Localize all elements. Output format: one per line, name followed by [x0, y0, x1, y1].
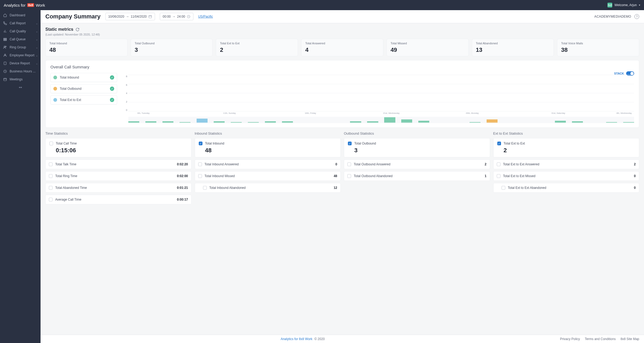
- page-title: Company Summary: [45, 13, 101, 20]
- checkbox[interactable]: [497, 174, 500, 178]
- checkbox[interactable]: [199, 142, 202, 145]
- footer-brand-link[interactable]: Analytics for 8x8 Work: [281, 337, 312, 341]
- metric-label: Total Inbound: [49, 42, 124, 45]
- stat-row: Total Ext to Ext Missed0: [493, 171, 639, 181]
- sidebar-item-label: Call Report: [10, 21, 26, 25]
- footer-link--x-site-map[interactable]: 8x8 Site Map: [621, 337, 639, 341]
- user-icon: [3, 53, 7, 57]
- mini-chart[interactable]: [128, 117, 634, 123]
- metric-label: Total Voice Mails: [561, 42, 635, 45]
- sidebar-item-ring-group[interactable]: Ring Group⌄: [0, 43, 41, 51]
- sidebar-item-call-report[interactable]: Call Report⌄: [0, 19, 41, 27]
- chevron-down-icon: ▾: [639, 4, 640, 6]
- x-tick-label: 4th, Wednesday: [616, 112, 632, 114]
- mini-bar: [555, 121, 566, 123]
- metric-card-total-abandoned: Total Abandoned13: [472, 39, 554, 56]
- svg-rect-5: [4, 40, 7, 41]
- stats-col-inbound-statistics: Inbound StatisticsTotal Inbound48Total I…: [195, 131, 341, 206]
- stat-value: 0:02:20: [177, 162, 188, 166]
- timezone-link[interactable]: US/Pacific: [198, 15, 213, 18]
- collapse-sidebar-button[interactable]: ◂◂: [0, 83, 41, 91]
- checkbox[interactable]: [49, 198, 53, 201]
- check-icon: ✓: [110, 87, 114, 91]
- sidebar-item-dashboard[interactable]: Dashboard: [0, 11, 41, 19]
- metric-label: Total Answered: [305, 42, 379, 45]
- date-to: 11/04/2020: [131, 15, 147, 18]
- stats-title: Time Statistics: [45, 131, 192, 135]
- x-tick-label: 21st, Wednesday: [383, 112, 400, 114]
- stat-value: 0:02:00: [177, 174, 188, 178]
- x-tick-label: 31st, Saturday: [551, 112, 565, 114]
- chevron-down-icon: ⌄: [36, 38, 38, 41]
- mini-bar: [162, 121, 173, 123]
- sidebar-item-employee-report[interactable]: Employee Report⌄: [0, 51, 41, 59]
- stats-title: Ext to Ext Statistics: [493, 131, 639, 135]
- stat-head-value: 2: [504, 147, 507, 154]
- svg-rect-9: [4, 62, 6, 65]
- stat-row: Total Ring Time0:02:00: [45, 171, 192, 181]
- sidebar-item-meetings[interactable]: Meetings: [0, 75, 41, 83]
- refresh-icon[interactable]: [75, 28, 79, 32]
- stat-label: Total Inbound Missed: [205, 174, 334, 178]
- legend-item-total-inbound[interactable]: Total Inbound✓: [50, 73, 117, 82]
- checkbox[interactable]: [347, 162, 351, 166]
- checkbox[interactable]: [49, 186, 53, 190]
- stat-label: Total Inbound: [205, 142, 337, 145]
- footer-copyright: © 2020: [314, 337, 325, 341]
- checkbox[interactable]: [49, 174, 53, 178]
- checkbox[interactable]: [497, 142, 501, 145]
- stat-head-value: 3: [354, 147, 357, 154]
- time-range-picker[interactable]: 00:00 → 24:00: [160, 13, 193, 20]
- sidebar-item-label: Business Hours ...: [10, 69, 35, 73]
- stat-value: 2: [485, 162, 487, 166]
- stat-head-value: 48: [205, 147, 212, 154]
- legend-col: Total Inbound✓Total Outbound✓Total Ext t…: [50, 73, 117, 123]
- checkbox[interactable]: [502, 186, 505, 190]
- chevron-down-icon: ⌄: [36, 30, 38, 33]
- help-icon[interactable]: ?: [634, 14, 639, 19]
- stat-card-head: Total Ext to Ext2: [493, 138, 639, 157]
- footer: Analytics for 8x8 Work © 2020 Privacy Po…: [41, 335, 644, 343]
- y-tick: 8: [124, 75, 127, 78]
- stat-row: Total Ext to Ext Abandoned0: [493, 183, 639, 193]
- sidebar-item-label: Employee Report: [10, 53, 34, 57]
- y-axis: 86420: [124, 75, 127, 111]
- metric-value: 13: [476, 46, 550, 53]
- stat-card-head: Total Outbound3: [344, 138, 490, 157]
- checkbox[interactable]: [49, 162, 53, 166]
- metric-value: 3: [135, 46, 209, 53]
- user-avatar: 8x8: [607, 3, 612, 7]
- stat-card-head: Total Inbound48: [195, 138, 341, 157]
- mini-bar: [265, 121, 276, 123]
- arrow-right-icon: →: [172, 15, 176, 18]
- sidebar-item-call-queue[interactable]: Call Queue⌄: [0, 35, 41, 43]
- footer-link-privacy-policy[interactable]: Privacy Policy: [560, 337, 580, 341]
- stat-label: Total Abandoned Time: [55, 186, 177, 190]
- mini-bar: [282, 121, 293, 123]
- legend-item-total-outbound[interactable]: Total Outbound✓: [50, 84, 117, 93]
- checkbox[interactable]: [198, 174, 202, 178]
- checkbox[interactable]: [49, 142, 53, 145]
- metrics-row: Total Inbound48Total Outbound3Total Ext …: [45, 39, 639, 56]
- legend-dot: [53, 98, 57, 102]
- checkbox[interactable]: [497, 162, 500, 166]
- checkbox[interactable]: [203, 186, 207, 190]
- mini-bar: [367, 121, 378, 123]
- footer-link-terms-and-conditions[interactable]: Terms and Conditions: [585, 337, 616, 341]
- checkbox[interactable]: [348, 142, 352, 145]
- legend-item-total-ext-to-ext[interactable]: Total Ext to Ext✓: [50, 95, 117, 104]
- checkbox[interactable]: [347, 174, 351, 178]
- user-area[interactable]: 8x8 Welcome, Arjun ▾: [607, 3, 640, 7]
- stat-value: 48: [334, 174, 337, 178]
- sidebar: DashboardCall Report⌄Call Quality⌄Call Q…: [0, 10, 41, 343]
- sidebar-item-label: Device Report: [10, 61, 30, 65]
- date-range-picker[interactable]: 10/06/2020 → 11/04/2020: [105, 13, 155, 20]
- legend-label: Total Inbound: [60, 76, 107, 79]
- checkbox[interactable]: [198, 162, 202, 166]
- stat-value: 0:01:21: [177, 186, 188, 190]
- sidebar-item-device-report[interactable]: Device Report⌄: [0, 59, 41, 67]
- sidebar-item-call-quality[interactable]: Call Quality⌄: [0, 27, 41, 35]
- stats-col-outbound-statistics: Outbound StatisticsTotal Outbound3Total …: [344, 131, 490, 206]
- sidebar-item-business-hours-[interactable]: Business Hours ...: [0, 67, 41, 75]
- legend-label: Total Ext to Ext: [60, 98, 107, 102]
